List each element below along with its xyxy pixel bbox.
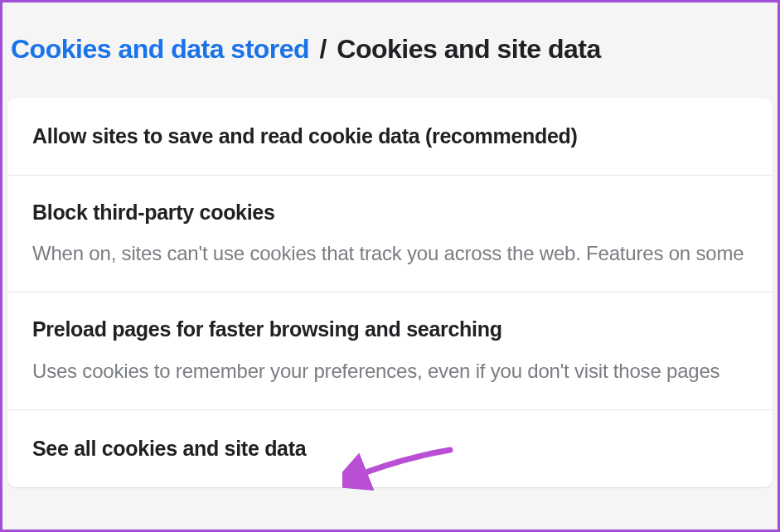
breadcrumb-header: Cookies and data stored / Cookies and si… bbox=[2, 2, 778, 98]
row-subtitle: When on, sites can't use cookies that tr… bbox=[32, 240, 748, 267]
row-title: Preload pages for faster browsing and se… bbox=[32, 316, 748, 343]
breadcrumb: Cookies and data stored / Cookies and si… bbox=[11, 34, 769, 65]
breadcrumb-current: Cookies and site data bbox=[337, 34, 600, 64]
row-title: See all cookies and site data bbox=[32, 435, 748, 462]
row-title: Block third-party cookies bbox=[32, 199, 748, 226]
settings-card: Allow sites to save and read cookie data… bbox=[7, 98, 773, 487]
row-title: Allow sites to save and read cookie data… bbox=[32, 123, 748, 150]
row-see-all-cookies[interactable]: See all cookies and site data bbox=[7, 410, 773, 487]
row-allow-cookies[interactable]: Allow sites to save and read cookie data… bbox=[7, 98, 773, 176]
row-block-third-party[interactable]: Block third-party cookies When on, sites… bbox=[7, 176, 773, 293]
row-subtitle: Uses cookies to remember your preference… bbox=[32, 358, 748, 384]
settings-panel: Cookies and data stored / Cookies and si… bbox=[0, 0, 780, 532]
breadcrumb-parent-link[interactable]: Cookies and data stored bbox=[11, 34, 309, 64]
breadcrumb-separator: / bbox=[320, 34, 327, 64]
row-preload-pages[interactable]: Preload pages for faster browsing and se… bbox=[7, 293, 773, 410]
